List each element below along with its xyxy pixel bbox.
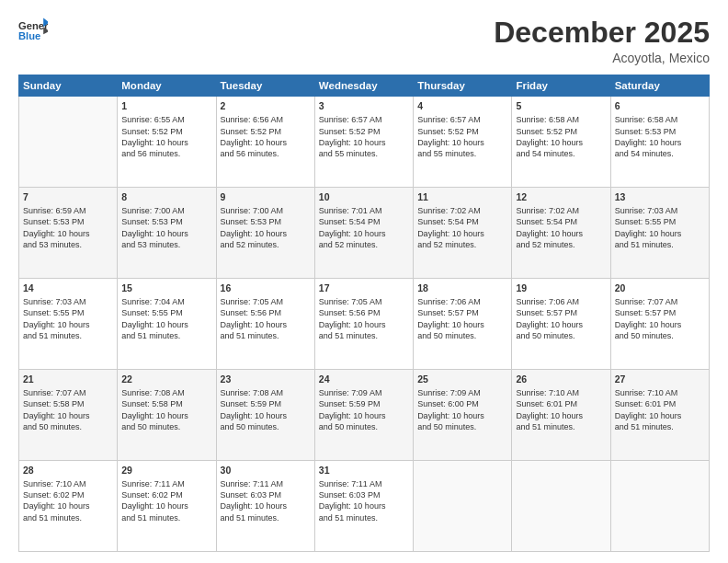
day-header-wednesday: Wednesday <box>314 75 413 97</box>
cell-info-line: Sunset: 5:58 PM <box>23 398 113 409</box>
calendar-cell: 20Sunrise: 7:07 AMSunset: 5:57 PMDayligh… <box>610 279 709 370</box>
cell-info-line: Sunset: 5:58 PM <box>121 398 211 409</box>
cell-info-line: and 56 minutes. <box>121 148 211 159</box>
calendar-cell: 26Sunrise: 7:10 AMSunset: 6:01 PMDayligh… <box>512 370 610 461</box>
day-number: 24 <box>319 373 409 385</box>
day-number: 20 <box>615 282 705 294</box>
header: General Blue December 2025 Acoyotla, Mex… <box>18 17 710 65</box>
cell-info-line: and 56 minutes. <box>221 148 311 159</box>
day-header-friday: Friday <box>512 75 610 97</box>
day-number: 25 <box>417 373 507 385</box>
cell-info-line: Sunset: 5:54 PM <box>319 216 409 227</box>
day-number: 1 <box>121 99 211 112</box>
calendar-cell: 6Sunrise: 6:58 AMSunset: 5:53 PMDaylight… <box>610 97 709 188</box>
calendar-cell: 13Sunrise: 7:03 AMSunset: 5:55 PMDayligh… <box>610 188 709 279</box>
cell-info-line: and 50 minutes. <box>417 421 507 432</box>
day-number: 17 <box>319 282 409 294</box>
cell-info-line: Daylight: 10 hours <box>615 319 705 330</box>
cell-info-line: Sunrise: 7:05 AM <box>319 296 409 307</box>
calendar-cell <box>19 97 118 188</box>
cell-info-line: Sunset: 5:52 PM <box>516 126 606 137</box>
cell-info-line: Sunrise: 7:06 AM <box>417 296 507 307</box>
cell-info-line: Daylight: 10 hours <box>516 137 606 148</box>
cell-info-line: and 53 minutes. <box>23 239 113 250</box>
day-number: 28 <box>23 464 113 477</box>
logo: General Blue <box>18 17 48 46</box>
cell-info-line: Daylight: 10 hours <box>221 228 311 239</box>
logo-text-block: General Blue <box>18 17 48 46</box>
cell-info-line: and 53 minutes. <box>121 239 211 250</box>
location-subtitle: Acoyotla, Mexico <box>494 51 710 65</box>
cell-info-line: Daylight: 10 hours <box>516 410 606 421</box>
calendar-cell: 28Sunrise: 7:10 AMSunset: 6:02 PMDayligh… <box>19 461 118 552</box>
title-block: December 2025 Acoyotla, Mexico <box>494 17 710 65</box>
cell-info-line: Sunset: 6:03 PM <box>221 489 311 500</box>
cell-info-line: Daylight: 10 hours <box>319 228 409 239</box>
cell-info-line: Sunrise: 7:10 AM <box>516 387 606 398</box>
cell-info-line: and 50 minutes. <box>417 330 507 341</box>
day-number: 6 <box>615 99 705 112</box>
calendar-cell: 30Sunrise: 7:11 AMSunset: 6:03 PMDayligh… <box>216 461 314 552</box>
cell-info-line: Sunrise: 7:03 AM <box>615 205 705 216</box>
calendar-cell: 21Sunrise: 7:07 AMSunset: 5:58 PMDayligh… <box>19 370 118 461</box>
cell-info-line: Sunset: 5:56 PM <box>319 307 409 318</box>
calendar-cell: 7Sunrise: 6:59 AMSunset: 5:53 PMDaylight… <box>19 188 118 279</box>
day-number: 3 <box>319 99 409 112</box>
cell-info-line: Sunset: 5:55 PM <box>121 307 211 318</box>
cell-info-line: Sunset: 5:54 PM <box>417 216 507 227</box>
cell-info-line: Daylight: 10 hours <box>516 319 606 330</box>
cell-info-line: Sunset: 5:56 PM <box>221 307 311 318</box>
cell-info-line: and 50 minutes. <box>319 421 409 432</box>
calendar-week-row: 14Sunrise: 7:03 AMSunset: 5:55 PMDayligh… <box>19 279 710 370</box>
calendar-cell: 23Sunrise: 7:08 AMSunset: 5:59 PMDayligh… <box>216 370 314 461</box>
cell-info-line: Sunset: 5:57 PM <box>516 307 606 318</box>
day-number: 4 <box>417 99 507 112</box>
cell-info-line: Sunrise: 7:04 AM <box>121 296 211 307</box>
day-number: 21 <box>23 373 113 385</box>
cell-info-line: Sunset: 5:59 PM <box>221 398 311 409</box>
cell-info-line: Sunrise: 7:10 AM <box>23 478 113 489</box>
cell-info-line: Sunset: 5:52 PM <box>221 126 311 137</box>
cell-info-line: and 51 minutes. <box>121 512 211 523</box>
day-number: 23 <box>221 373 311 385</box>
cell-info-line: and 51 minutes. <box>23 330 113 341</box>
day-number: 15 <box>121 282 211 294</box>
cell-info-line: Sunrise: 7:07 AM <box>23 387 113 398</box>
calendar-cell: 22Sunrise: 7:08 AMSunset: 5:58 PMDayligh… <box>118 370 216 461</box>
calendar-cell: 9Sunrise: 7:00 AMSunset: 5:53 PMDaylight… <box>216 188 314 279</box>
day-header-saturday: Saturday <box>610 75 709 97</box>
cell-info-line: Sunrise: 7:09 AM <box>319 387 409 398</box>
day-number: 5 <box>516 99 606 112</box>
cell-info-line: and 52 minutes. <box>417 239 507 250</box>
cell-info-line: Daylight: 10 hours <box>121 410 211 421</box>
cell-info-line: and 54 minutes. <box>615 148 705 159</box>
calendar-cell: 15Sunrise: 7:04 AMSunset: 5:55 PMDayligh… <box>118 279 216 370</box>
cell-info-line: Sunset: 5:53 PM <box>121 216 211 227</box>
cell-info-line: and 51 minutes. <box>221 512 311 523</box>
calendar-cell: 31Sunrise: 7:11 AMSunset: 6:03 PMDayligh… <box>314 461 413 552</box>
cell-info-line: Daylight: 10 hours <box>23 410 113 421</box>
cell-info-line: and 51 minutes. <box>319 330 409 341</box>
cell-info-line: Sunset: 5:53 PM <box>23 216 113 227</box>
cell-info-line: Daylight: 10 hours <box>516 228 606 239</box>
cell-info-line: Sunrise: 7:00 AM <box>221 205 311 216</box>
calendar-cell: 19Sunrise: 7:06 AMSunset: 5:57 PMDayligh… <box>512 279 610 370</box>
calendar-cell <box>512 461 610 552</box>
cell-info-line: Sunrise: 7:00 AM <box>121 205 211 216</box>
calendar-cell: 4Sunrise: 6:57 AMSunset: 5:52 PMDaylight… <box>414 97 512 188</box>
calendar-cell <box>610 461 709 552</box>
cell-info-line: Sunrise: 7:08 AM <box>221 387 311 398</box>
calendar-cell: 8Sunrise: 7:00 AMSunset: 5:53 PMDaylight… <box>118 188 216 279</box>
calendar-cell: 29Sunrise: 7:11 AMSunset: 6:02 PMDayligh… <box>118 461 216 552</box>
cell-info-line: Daylight: 10 hours <box>221 500 311 511</box>
cell-info-line: Sunset: 5:54 PM <box>516 216 606 227</box>
cell-info-line: Sunrise: 7:02 AM <box>516 205 606 216</box>
cell-info-line: Daylight: 10 hours <box>221 410 311 421</box>
calendar-cell: 2Sunrise: 6:56 AMSunset: 5:52 PMDaylight… <box>216 97 314 188</box>
cell-info-line: and 50 minutes. <box>615 330 705 341</box>
cell-info-line: Sunrise: 7:11 AM <box>121 478 211 489</box>
cell-info-line: and 50 minutes. <box>221 421 311 432</box>
cell-info-line: and 54 minutes. <box>516 148 606 159</box>
calendar-week-row: 21Sunrise: 7:07 AMSunset: 5:58 PMDayligh… <box>19 370 710 461</box>
calendar-cell: 10Sunrise: 7:01 AMSunset: 5:54 PMDayligh… <box>314 188 413 279</box>
